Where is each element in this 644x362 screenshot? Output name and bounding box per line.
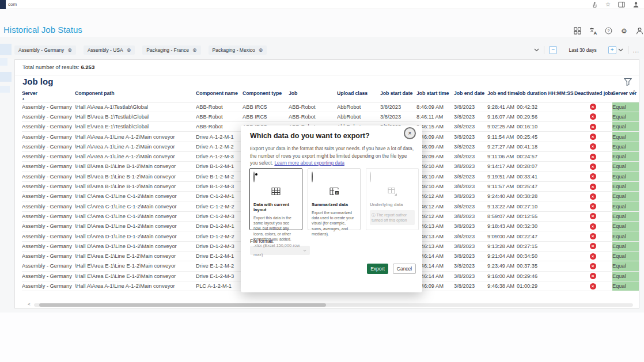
cell-deactivated-jobs: × xyxy=(574,172,612,181)
cell-job-end-time: 8:59:07 AM xyxy=(487,211,517,221)
learn-more-link[interactable]: Learn more about exporting data xyxy=(274,160,344,166)
apps-waffle-icon[interactable] xyxy=(573,26,582,35)
column-header-label: Job end date xyxy=(454,90,484,96)
cancel-button[interactable]: Cancel xyxy=(393,264,416,274)
column-header-upload-class[interactable]: Upload class xyxy=(337,88,380,102)
filter-chip-packaging-mexico[interactable]: Packaging - Mexico⊗ xyxy=(209,45,267,55)
column-header-component-name[interactable]: Component name xyxy=(196,88,243,102)
cell-job: ABB-Robot xyxy=(289,102,337,112)
radio-selected-icon[interactable] xyxy=(253,172,255,182)
cell-component-path: \Hall E\Area E-1\Line E-1-2\Main conveyo… xyxy=(75,251,196,261)
filter-chip-assembly-germany[interactable]: Assembly - Germany⊗ xyxy=(14,45,76,55)
cell-job-end-time: 9:13:22 AM xyxy=(487,201,517,211)
filter-funnel-icon[interactable] xyxy=(624,78,632,88)
cell-server: Assembly - Germany xyxy=(22,172,75,181)
scroll-left-icon[interactable]: < xyxy=(28,302,31,307)
browser-profile-icon[interactable] xyxy=(632,1,639,8)
column-header-job-start-date[interactable]: Job start date xyxy=(380,88,416,102)
cell-deactivated-jobs: × xyxy=(574,192,612,201)
radio-unselected-icon[interactable] xyxy=(312,172,313,182)
dialog-close-icon[interactable]: × xyxy=(404,127,416,139)
cell-component-path: \Hall A\Area A-1\Line A-1-2\Main conveyo… xyxy=(75,151,196,161)
cell-job-end-date: 3/8/2023 xyxy=(454,222,487,231)
column-header-label: Job duration HH:MM:SS xyxy=(517,90,574,96)
column-header-deactivated-jobs[interactable]: Deactivated jobs xyxy=(574,88,612,102)
export-option-summarized-data[interactable]: cSummarized dataExport the summarized da… xyxy=(308,168,361,230)
sidebar-toggle-icon[interactable] xyxy=(618,1,625,8)
horizontal-scrollbar[interactable]: < xyxy=(21,303,634,307)
results-label: Total number of results: xyxy=(22,64,81,70)
cell-job-end-time: 9:09:00 AM xyxy=(487,231,517,241)
chip-remove-icon[interactable]: ⊗ xyxy=(259,45,263,55)
option-description: Export the summarized data used to creat… xyxy=(312,210,357,237)
cell-job-duration-hh-mm-ss: 00:27:10 xyxy=(517,201,574,211)
cell-job-end-date: 3/8/2023 xyxy=(454,112,487,121)
cell-component-name: ABB-Robot xyxy=(196,102,243,112)
filter-chip-packaging-france[interactable]: Packaging - France⊗ xyxy=(142,45,200,55)
cell-job-duration-hh-mm-ss: 00:27:15 xyxy=(517,241,574,251)
cell-server: Assembly - Germany xyxy=(22,271,75,281)
chip-remove-icon[interactable]: ⊗ xyxy=(192,45,197,55)
column-header-server[interactable]: Server▲ xyxy=(22,88,75,102)
scrollbar-thumb[interactable] xyxy=(39,303,326,307)
column-header-job-end-time[interactable]: Job end time xyxy=(487,88,517,102)
deactivated-jobs-icon: × xyxy=(590,143,596,150)
column-header-component-path[interactable]: Component path xyxy=(75,88,196,102)
filter-pane-remnant xyxy=(0,86,10,93)
cell-server: Assembly - Germany xyxy=(22,201,75,211)
time-range-label[interactable]: Last 30 days xyxy=(569,47,596,53)
time-range-increase-button[interactable]: + xyxy=(608,46,616,54)
help-icon[interactable]: ? xyxy=(604,26,613,35)
radio-unselected-icon xyxy=(370,172,371,182)
server-version-cell: Equal xyxy=(612,201,639,211)
column-header-job-end-date[interactable]: Job end date xyxy=(454,88,487,102)
chip-remove-icon[interactable]: ⊗ xyxy=(127,45,131,55)
chevron-down-icon[interactable] xyxy=(534,48,539,52)
cell-component-type: ABB IRC5 xyxy=(243,112,289,121)
column-header-server-ver[interactable]: Server ver xyxy=(612,88,639,102)
cell-job-end-date: 3/8/2023 xyxy=(454,192,487,201)
export-button[interactable]: Export xyxy=(367,264,388,274)
column-header-component-type[interactable]: Component type xyxy=(243,88,289,102)
column-header-label: Upload class xyxy=(337,90,368,96)
cell-component-name: ABB-Robot xyxy=(196,122,243,132)
server-version-cell: Equal xyxy=(612,132,639,142)
cell-component-path: \Hall E\Area E-1\Line E-1-2\Main conveyo… xyxy=(75,271,196,281)
cell-job-duration-hh-mm-ss: 00:24:57 xyxy=(517,151,574,161)
option-disabled-note: ⓘ The report author turned off this opti… xyxy=(370,210,415,225)
browser-favicon xyxy=(0,0,6,9)
cell-job-end-time: 9:16:00 AM xyxy=(487,271,517,281)
table-header-row: Server▲Component pathComponent nameCompo… xyxy=(22,88,639,102)
profile-icon[interactable] xyxy=(635,26,644,35)
export-option-data-with-current-layout[interactable]: Data with current layoutExport this data… xyxy=(249,168,302,230)
cell-component-name: Drive D-1-2-M-1 xyxy=(196,222,243,231)
server-version-cell: Equal xyxy=(612,172,639,181)
time-range-decrease-button[interactable]: − xyxy=(549,46,557,54)
column-header-job-duration-hh-mm-ss[interactable]: Job duration HH:MM:SS xyxy=(517,88,574,102)
deactivated-jobs-icon: × xyxy=(590,124,596,130)
column-header-job-start-time[interactable]: Job start time xyxy=(416,88,454,102)
cell-deactivated-jobs: × xyxy=(574,222,612,231)
table-row: Assembly - Germany\Hall B\Area B-1\Testl… xyxy=(22,112,639,121)
share-icon[interactable] xyxy=(592,1,598,9)
settings-gear-icon[interactable]: ⚙ xyxy=(620,26,628,35)
page-title: Historical Job Status xyxy=(3,25,82,35)
chevron-down-icon[interactable] xyxy=(618,48,623,52)
cell-component-name: Drive C-1-2-M-1 xyxy=(196,192,243,201)
more-options-icon[interactable]: ... xyxy=(633,47,639,54)
column-header-job[interactable]: Job xyxy=(289,88,337,102)
export-option-cards: Data with current layoutExport this data… xyxy=(249,168,419,230)
filter-chip-assembly-usa[interactable]: Assembly - USA⊗ xyxy=(84,45,135,55)
svg-text:A: A xyxy=(593,31,597,35)
cell-job-duration-hh-mm-ss: 00:29:46 xyxy=(517,271,574,281)
cell-server: Assembly - Germany xyxy=(22,151,75,161)
filter-chip-label: Assembly - Germany xyxy=(18,47,64,53)
bookmark-star-icon[interactable]: ☆ xyxy=(605,1,611,9)
cell-job-end-time: 9:11:06 AM xyxy=(487,151,517,161)
cell-server: Assembly - Germany xyxy=(22,132,75,142)
cell-component-name: Drive D-1-2-M-2 xyxy=(196,231,243,241)
export-dialog: × Which data do you want to export? Expo… xyxy=(241,125,422,292)
chip-remove-icon[interactable]: ⊗ xyxy=(67,45,72,55)
cell-job-end-time: 9:23:49 AM xyxy=(487,261,517,271)
translate-icon[interactable]: A xyxy=(589,26,597,35)
